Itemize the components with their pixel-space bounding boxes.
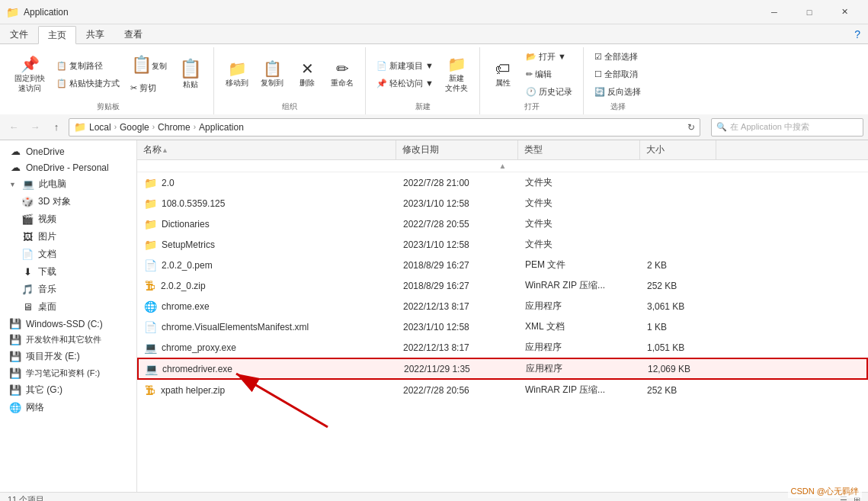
- file-row[interactable]: 📄 2.0.2_0.pem 2018/8/29 16:27 PEM 文件 2 K…: [137, 255, 868, 275]
- sidebar-item-onedrive[interactable]: ☁ OneDrive: [0, 143, 136, 159]
- tab-home[interactable]: 主页: [38, 26, 76, 44]
- watermark: CSDN @心无羁绊: [788, 485, 862, 498]
- network-icon: 🌐: [9, 402, 21, 413]
- refresh-icon[interactable]: ↻: [687, 122, 695, 133]
- breadcrumb-application[interactable]: Application: [199, 122, 244, 133]
- invert-selection-button[interactable]: 🔄 反向选择: [590, 84, 645, 100]
- sidebar-item-f-drive[interactable]: 💾 学习笔记和资料 (F:): [0, 365, 136, 381]
- breadcrumb-google[interactable]: Google: [120, 122, 149, 133]
- file-row[interactable]: 📁 108.0.5359.125 2023/1/10 12:58 文件夹: [137, 193, 868, 214]
- file-row[interactable]: 📁 Dictionaries 2022/7/28 20:55 文件夹: [137, 214, 868, 234]
- sidebar-item-c-drive[interactable]: 💾 Windows-SSD (C:): [0, 316, 136, 332]
- new-folder-button[interactable]: 📁 新建文件夹: [440, 53, 473, 97]
- file-date: 2022/11/29 1:35: [398, 361, 520, 377]
- sidebar-item-3d[interactable]: 🎲 3D 对象: [0, 193, 136, 210]
- file-date: 2022/12/13 8:17: [397, 340, 519, 355]
- move-icon: 📁: [228, 61, 247, 76]
- main-content: ☁ OneDrive ☁ OneDrive - Personal ▼ 💻 此电脑…: [0, 140, 868, 492]
- file-row[interactable]: 🗜 xpath helper.zip 2022/7/28 20:56 WinRA…: [137, 380, 868, 400]
- pc-icon: 💻: [22, 178, 34, 190]
- copy-button[interactable]: 📋 复制: [126, 53, 172, 79]
- file-name-cell: 📁 SetupMetrics: [138, 236, 397, 253]
- sidebar-item-pictures[interactable]: 🖼 图片: [0, 228, 136, 246]
- select-buttons: ☑ 全部选择 ☐ 全部取消 🔄 反向选择: [590, 49, 645, 100]
- close-button[interactable]: ✕: [827, 0, 862, 24]
- file-type: 文件夹: [519, 215, 641, 233]
- move-to-button[interactable]: 📁 移动到: [220, 57, 254, 92]
- file-date: 2022/7/28 21:00: [397, 175, 519, 191]
- file-type: 文件夹: [519, 174, 641, 191]
- history-button[interactable]: 🕐 历史记录: [521, 84, 577, 100]
- delete-button[interactable]: ✕ 删除: [290, 57, 324, 92]
- sidebar-item-onedrive-personal[interactable]: ☁ OneDrive - Personal: [0, 159, 136, 175]
- copy-to-button[interactable]: 📋 复制到: [255, 57, 289, 92]
- paste-shortcut-button[interactable]: 📋 粘贴快捷方式: [52, 75, 124, 92]
- file-row[interactable]: 🌐 chrome.exe 2022/12/13 8:17 应用程序 3,061 …: [137, 296, 868, 316]
- file-row[interactable]: 📁 2.0 2022/7/28 21:00 文件夹: [137, 172, 868, 193]
- help-icon[interactable]: ?: [847, 24, 868, 43]
- back-button[interactable]: ←: [5, 118, 23, 136]
- properties-button[interactable]: 🏷 属性: [486, 57, 520, 92]
- minimize-button[interactable]: ─: [757, 0, 792, 24]
- maximize-button[interactable]: □: [792, 0, 827, 24]
- sidebar-item-g-drive[interactable]: 💾 其它 (G:): [0, 381, 136, 399]
- cut-button[interactable]: ✂ 剪切: [126, 80, 172, 96]
- select-all-button[interactable]: ☑ 全部选择: [590, 49, 645, 65]
- address-bar[interactable]: 📁 Local › Google › Chrome › Application …: [69, 118, 700, 136]
- up-button[interactable]: ↑: [47, 118, 66, 136]
- music-icon: 🎵: [21, 284, 34, 295]
- breadcrumb-chrome[interactable]: Chrome: [158, 122, 191, 133]
- sidebar-item-music[interactable]: 🎵 音乐: [0, 281, 136, 298]
- sidebar-item-videos[interactable]: 🎬 视频: [0, 210, 136, 228]
- file-name: 2.0.2_0.pem: [162, 260, 213, 271]
- file-name-cell: 📁 Dictionaries: [138, 216, 397, 233]
- file-row[interactable]: 📄 chrome.VisualElementsManifest.xml 2023…: [137, 316, 868, 337]
- desktop-icon: 🖥: [21, 301, 34, 313]
- sidebar-item-network[interactable]: 🌐 网络: [0, 399, 136, 416]
- tab-file[interactable]: 文件: [0, 26, 38, 43]
- forward-button[interactable]: →: [26, 118, 44, 136]
- title-bar-text: Application: [24, 7, 757, 18]
- file-row[interactable]: 📁 SetupMetrics 2023/1/10 12:58 文件夹: [137, 234, 868, 255]
- ribbon-group-clipboard: 📌 固定到快速访问 📋 复制路径 📋 粘贴快捷方式 📋: [3, 47, 214, 114]
- file-size: 3,061 KB: [641, 299, 717, 314]
- copy-path-button[interactable]: 📋 复制路径: [52, 58, 124, 74]
- search-bar[interactable]: 🔍 在 Application 中搜索: [711, 118, 863, 136]
- file-size: 12,069 KB: [642, 361, 718, 377]
- sidebar-item-desktop[interactable]: 🖥 桌面: [0, 298, 136, 316]
- downloads-icon: ⬇: [21, 266, 34, 278]
- sidebar-item-documents[interactable]: 📄 文档: [0, 246, 136, 263]
- deselect-all-button[interactable]: ☐ 全部取消: [590, 66, 645, 82]
- easy-access-button[interactable]: 📌 轻松访问 ▼: [372, 75, 438, 92]
- sidebar-item-this-pc[interactable]: ▼ 💻 此电脑: [0, 175, 136, 193]
- sidebar-item-downloads[interactable]: ⬇ 下载: [0, 263, 136, 281]
- column-date[interactable]: 修改日期: [396, 140, 518, 159]
- sidebar-item-dev-software[interactable]: 💾 开发软件和其它软件: [0, 332, 136, 348]
- file-row-chromedriver[interactable]: 💻 chromedriver.exe 2022/11/29 1:35 应用程序 …: [137, 358, 868, 380]
- file-row[interactable]: 🗜 2.0.2_0.zip 2018/8/29 16:27 WinRAR ZIP…: [137, 275, 868, 296]
- file-row[interactable]: 💻 chrome_proxy.exe 2022/12/13 8:17 应用程序 …: [137, 337, 868, 358]
- select-label: 选择: [610, 100, 626, 114]
- file-type: 应用程序: [519, 339, 641, 356]
- properties-icon: 🏷: [495, 61, 511, 76]
- column-name[interactable]: 名称 ▲: [137, 140, 396, 159]
- sidebar-item-e-drive[interactable]: 💾 项目开发 (E:): [0, 348, 136, 365]
- rename-button[interactable]: ✏ 重命名: [325, 57, 359, 92]
- tab-view[interactable]: 查看: [114, 26, 152, 43]
- column-type[interactable]: 类型: [518, 140, 640, 159]
- paste-button[interactable]: 📋 粘贴: [174, 56, 207, 93]
- pin-quickaccess-button[interactable]: 📌 固定到快速访问: [9, 53, 50, 97]
- file-list-container: 名称 ▲ 修改日期 类型 大小 ▲ 📁 2.0 2022/7/: [137, 140, 868, 492]
- edit-button[interactable]: ✏ 编辑: [521, 66, 577, 82]
- new-item-button[interactable]: 📄 新建项目 ▼: [372, 58, 438, 74]
- open-button[interactable]: 📂 打开 ▼: [521, 49, 577, 65]
- file-type: WinRAR ZIP 压缩...: [519, 277, 641, 294]
- column-size[interactable]: 大小: [640, 140, 716, 159]
- file-size: [641, 201, 717, 206]
- new-folder-icon: 📁: [447, 56, 466, 72]
- breadcrumb-local[interactable]: Local: [89, 122, 111, 133]
- file-name-cell: 🗜 2.0.2_0.zip: [138, 278, 397, 294]
- tab-share[interactable]: 共享: [76, 26, 114, 43]
- file-list-header: 名称 ▲ 修改日期 类型 大小: [137, 140, 868, 160]
- sidebar-item-label: 视频: [38, 213, 56, 226]
